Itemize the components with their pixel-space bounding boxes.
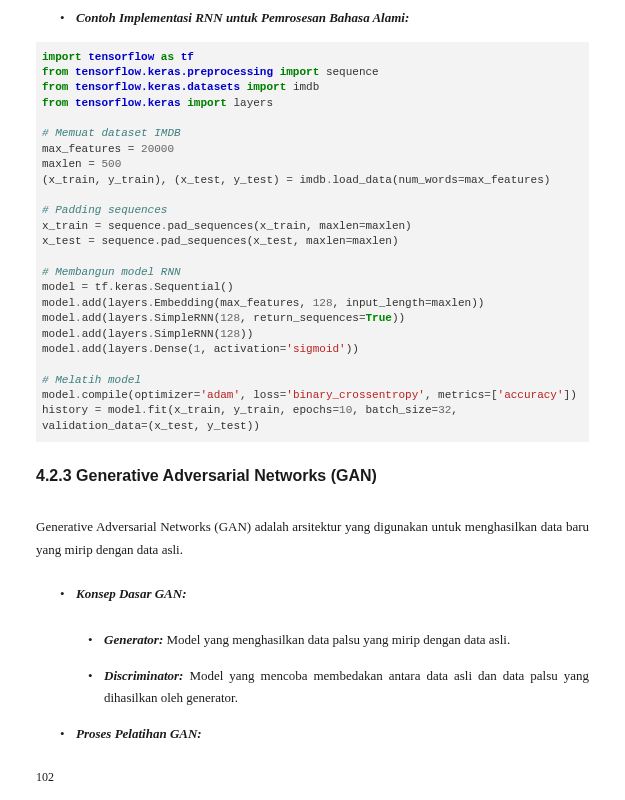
code-token: 'accuracy' <box>498 389 564 401</box>
bullet-proses: Proses Pelatihan GAN: <box>60 724 589 744</box>
code-token: = <box>359 220 366 232</box>
code-token: 128 <box>220 328 240 340</box>
bullet-discriminator: Discriminator: Model yang mencoba membed… <box>88 665 589 709</box>
code-token: model <box>42 328 75 340</box>
code-token: SimpleRNN( <box>154 312 220 324</box>
code-token: model <box>42 297 75 309</box>
code-token: = <box>88 158 95 170</box>
code-token: add(layers <box>82 343 148 355</box>
code-token: maxlen) <box>352 235 398 247</box>
code-token: . <box>141 404 148 416</box>
code-token: ]) <box>564 389 577 401</box>
code-token: max_features <box>42 143 128 155</box>
code-token: x_train <box>42 220 95 232</box>
code-token: = <box>425 297 432 309</box>
code-token: maxlen)) <box>432 297 485 309</box>
code-token: . <box>154 235 161 247</box>
generator-label: Generator: <box>104 632 163 647</box>
code-token: add(layers <box>82 328 148 340</box>
code-token: 'binary_crossentropy' <box>286 389 425 401</box>
code-token: sequence <box>101 220 160 232</box>
code-token: import <box>247 81 287 93</box>
code-token: model <box>42 312 75 324</box>
code-token: . <box>75 343 82 355</box>
code-token: max_features) <box>465 174 551 186</box>
code-comment: # Membangun model RNN <box>42 266 181 278</box>
code-token: 20000 <box>141 143 174 155</box>
code-token: [ <box>491 389 498 401</box>
code-token: sequence <box>95 235 154 247</box>
page-number: 102 <box>36 768 54 786</box>
code-token: 32 <box>438 404 451 416</box>
code-token: tensorflow.keras.preprocessing <box>75 66 273 78</box>
code-token: sequence <box>326 66 379 78</box>
code-token: . <box>75 328 82 340</box>
code-comment: # Memuat dataset IMDB <box>42 127 181 139</box>
code-token: validation_data <box>42 420 141 432</box>
code-token: True <box>366 312 392 324</box>
code-token: import <box>280 66 320 78</box>
code-token: = <box>484 389 491 401</box>
code-token: . <box>75 312 82 324</box>
code-token: = <box>458 174 465 186</box>
code-token: , metrics <box>425 389 484 401</box>
code-token: . <box>108 281 115 293</box>
code-token: from <box>42 66 68 78</box>
code-token: model <box>42 389 75 401</box>
code-token: tensorflow <box>88 51 154 63</box>
code-token: load_data(num_words <box>332 174 457 186</box>
code-comment: # Melatih model <box>42 374 141 386</box>
code-token: = <box>286 174 293 186</box>
code-token: imdb <box>293 81 319 93</box>
code-token: import <box>42 51 82 63</box>
heading-text: Contoh Implementasi RNN untuk Pemrosesan… <box>76 10 409 25</box>
code-token: compile(optimizer <box>82 389 194 401</box>
generator-text: Model yang menghasilkan data palsu yang … <box>163 632 510 647</box>
bullet-generator: Generator: Model yang menghasilkan data … <box>88 629 589 651</box>
code-block: import tensorflow as tf from tensorflow.… <box>36 42 589 443</box>
heading-bullet: Contoh Implementasi RNN untuk Pemrosesan… <box>60 8 589 28</box>
code-token: , activation <box>200 343 279 355</box>
code-token: . <box>75 389 82 401</box>
code-token: tf <box>88 281 108 293</box>
code-token: model <box>42 281 82 293</box>
code-token: x_test <box>42 235 88 247</box>
code-token: )) <box>240 328 253 340</box>
code-token: = <box>359 312 366 324</box>
code-token: import <box>187 97 227 109</box>
code-token: as <box>161 51 174 63</box>
code-token: 'adam' <box>200 389 240 401</box>
code-token: 'sigmoid' <box>286 343 345 355</box>
code-token: 128 <box>220 312 240 324</box>
code-token: 10 <box>339 404 352 416</box>
code-token: imdb <box>293 174 326 186</box>
code-token: )) <box>346 343 359 355</box>
code-token: , input_length <box>333 297 425 309</box>
code-token: , batch_size <box>352 404 431 416</box>
code-token: = <box>88 235 95 247</box>
code-token: . <box>75 297 82 309</box>
code-token: add(layers <box>82 312 148 324</box>
bullet-konsep: Konsep Dasar GAN: <box>60 584 589 604</box>
bullet-label: Konsep Dasar GAN: <box>76 586 187 601</box>
code-token: Dense( <box>154 343 194 355</box>
code-token: Sequential() <box>154 281 233 293</box>
code-token: maxlen <box>42 158 88 170</box>
code-token: tf <box>181 51 194 63</box>
code-comment: # Padding sequences <box>42 204 167 216</box>
bullet-label: Proses Pelatihan GAN: <box>76 726 202 741</box>
code-token: )) <box>392 312 405 324</box>
code-token: SimpleRNN( <box>154 328 220 340</box>
code-token: fit(x_train, y_train, epochs <box>148 404 333 416</box>
code-token: = <box>141 420 148 432</box>
code-token: , return_sequences <box>240 312 359 324</box>
code-token: (x_test, y_test)) <box>148 420 260 432</box>
code-token: model <box>42 343 75 355</box>
code-token: add(layers <box>82 297 148 309</box>
code-token: keras <box>115 281 148 293</box>
code-token: , loss <box>240 389 280 401</box>
section-heading: 4.2.3 Generative Adversarial Networks (G… <box>36 464 589 488</box>
code-token: maxlen) <box>366 220 412 232</box>
code-token: , <box>451 404 458 416</box>
code-token: 500 <box>101 158 121 170</box>
